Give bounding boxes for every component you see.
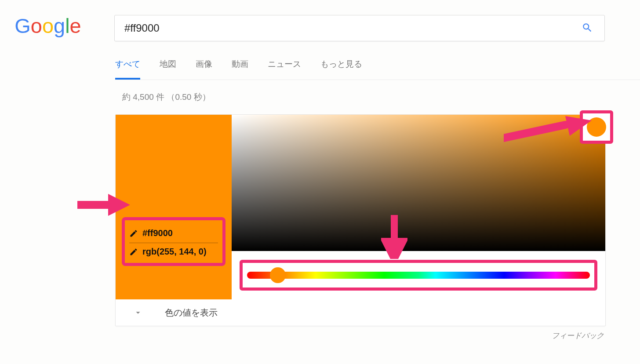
gradient-cursor[interactable] bbox=[587, 117, 606, 137]
tab-images[interactable]: 画像 bbox=[196, 58, 212, 80]
chevron-down-icon bbox=[133, 308, 143, 317]
hue-row bbox=[232, 251, 605, 299]
result-stats: 約 4,500 件 （0.50 秒） bbox=[122, 91, 640, 103]
hex-row: #ff9000 bbox=[129, 225, 218, 243]
edit-icon[interactable] bbox=[129, 229, 138, 238]
search-button[interactable] bbox=[579, 19, 596, 37]
picker-top: #ff9000 rgb(255, 144, 0) bbox=[116, 115, 605, 299]
hue-highlight bbox=[240, 260, 597, 291]
expand-label: 色の値を表示 bbox=[165, 307, 218, 319]
rgb-value[interactable]: rgb(255, 144, 0) bbox=[142, 247, 207, 257]
swatch-column: #ff9000 rgb(255, 144, 0) bbox=[116, 115, 232, 299]
search-input[interactable] bbox=[124, 22, 579, 34]
svg-text:Google: Google bbox=[15, 14, 81, 37]
saturation-gradient[interactable] bbox=[232, 115, 605, 251]
search-box bbox=[114, 15, 605, 41]
search-icon bbox=[582, 22, 593, 33]
color-picker-card: #ff9000 rgb(255, 144, 0) bbox=[115, 114, 606, 326]
value-box: #ff9000 rgb(255, 144, 0) bbox=[122, 217, 225, 266]
edit-icon[interactable] bbox=[129, 248, 138, 256]
gradient-column bbox=[232, 115, 605, 299]
tabs: すべて 地図 画像 動画 ニュース もっと見る 設定 ツール bbox=[115, 58, 640, 80]
tab-news[interactable]: ニュース bbox=[268, 58, 301, 80]
google-logo[interactable]: Google bbox=[14, 14, 114, 42]
rgb-row: rgb(255, 144, 0) bbox=[129, 243, 218, 261]
feedback-link[interactable]: フィードバック bbox=[115, 331, 606, 341]
tab-more[interactable]: もっと見る bbox=[320, 58, 362, 80]
hue-handle[interactable] bbox=[270, 267, 286, 283]
header: Google bbox=[0, 0, 640, 42]
hex-value[interactable]: #ff9000 bbox=[142, 228, 173, 238]
hue-slider[interactable] bbox=[247, 272, 590, 279]
gradient-cursor-highlight bbox=[580, 110, 613, 144]
tab-all[interactable]: すべて bbox=[115, 58, 140, 80]
tab-maps[interactable]: 地図 bbox=[160, 58, 176, 80]
tab-videos[interactable]: 動画 bbox=[232, 58, 248, 80]
expand-values[interactable]: 色の値を表示 bbox=[116, 299, 605, 326]
